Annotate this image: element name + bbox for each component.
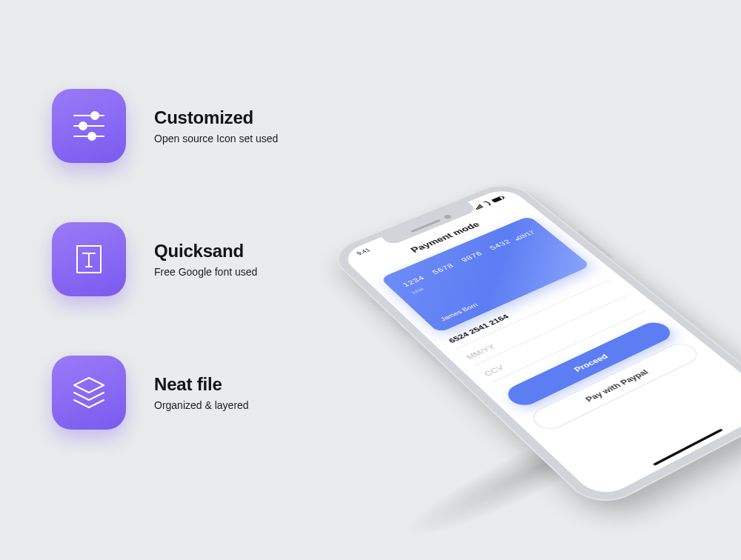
pay-with-paypal-button[interactable]: Pay with Paypal bbox=[527, 340, 703, 433]
feature-title: Quicksand bbox=[154, 241, 257, 261]
layers-icon bbox=[52, 356, 126, 430]
feature-neatfile: Neat file Organized & layered bbox=[52, 356, 333, 430]
volume-down-button bbox=[416, 344, 443, 367]
status-time: 9:41 bbox=[356, 247, 375, 259]
phone-screen: 9:41 Payment mode 1234 5678 9876 bbox=[339, 186, 741, 500]
phone-body: 9:41 Payment mode 1234 5678 9876 bbox=[325, 179, 741, 512]
feature-quicksand: Quicksand Free Google font used bbox=[52, 222, 333, 296]
feature-customized: Customized Open source Icon set used bbox=[52, 89, 333, 163]
svg-marker-7 bbox=[74, 378, 104, 393]
proceed-button[interactable]: Proceed bbox=[502, 319, 677, 409]
feature-subtitle: Organized & layered bbox=[154, 399, 249, 411]
typography-icon bbox=[52, 222, 126, 296]
svg-point-1 bbox=[91, 112, 99, 119]
feature-title: Neat file bbox=[154, 374, 249, 395]
sliders-icon bbox=[52, 89, 126, 163]
svg-point-3 bbox=[79, 122, 87, 130]
feature-list: Customized Open source Icon set used Qui… bbox=[52, 89, 333, 489]
feature-subtitle: Open source Icon set used bbox=[154, 133, 278, 144]
feature-subtitle: Free Google font used bbox=[154, 266, 257, 278]
feature-title: Customized bbox=[154, 107, 278, 128]
mute-switch bbox=[369, 299, 385, 312]
home-indicator[interactable] bbox=[653, 429, 723, 466]
svg-point-5 bbox=[88, 133, 96, 140]
battery-icon bbox=[491, 196, 505, 202]
phone-mockup: 9:41 Payment mode 1234 5678 9876 bbox=[356, 44, 741, 548]
wifi-icon bbox=[482, 201, 492, 207]
payment-app: Payment mode 1234 5678 9876 5432 1234 Ja… bbox=[354, 199, 741, 501]
